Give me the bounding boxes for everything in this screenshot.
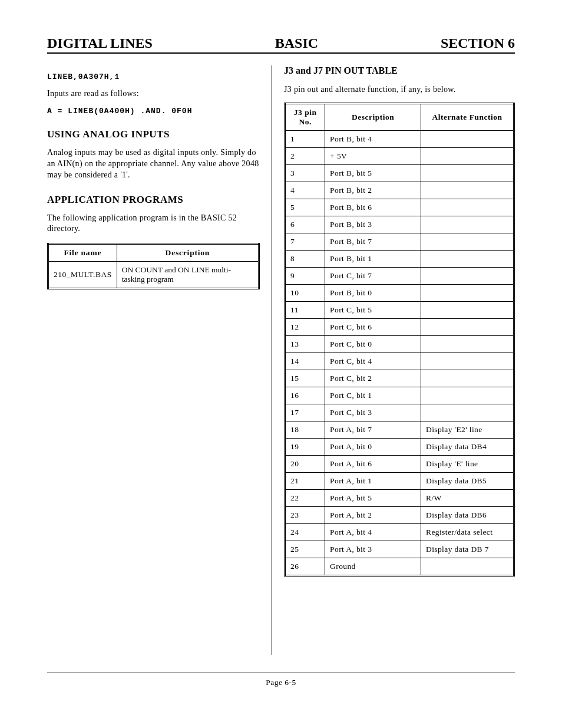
cell-pin-alt [421,404,514,421]
cell-pin-no: 10 [285,284,325,301]
cell-pin-alt [421,130,514,147]
cell-pin-alt [421,233,514,250]
cell-pin-desc: Port A, bit 5 [325,489,421,506]
cell-pin-no: 23 [285,506,325,523]
cell-pin-desc: Port B, bit 6 [325,199,421,216]
content-columns: LINEB,0A307H,1 Inputs are read as follow… [47,65,515,655]
table-row: 20Port A, bit 6Display 'E' line [285,455,514,472]
cell-pin-alt: Display data DB5 [421,472,514,489]
cell-pin-alt: Display data DB4 [421,438,514,455]
cell-pin-no: 8 [285,250,325,267]
col-pin-desc: Description [325,103,421,130]
table-row: 7Port B, bit 7 [285,233,514,250]
header-left: DIGITAL LINES [47,35,153,51]
cell-pin-no: 17 [285,404,325,421]
cell-pin-alt: Display data DB6 [421,506,514,523]
table-row: 8Port B, bit 1 [285,250,514,267]
cell-pin-alt: Display data DB 7 [421,541,514,558]
cell-pin-alt: R/W [421,489,514,506]
cell-pin-desc: Port B, bit 2 [325,182,421,199]
page-footer: Page 6-5 [47,673,515,687]
cell-pin-alt [421,335,514,353]
table-row: 14Port C, bit 4 [285,353,514,370]
cell-pin-alt [421,182,514,199]
cell-pin-alt [421,353,514,370]
cell-pin-desc: Port A, bit 6 [325,455,421,472]
table-row: 5Port B, bit 6 [285,199,514,216]
cell-pin-desc: Port B, bit 4 [325,130,421,147]
cell-pin-desc: Port B, bit 3 [325,216,421,233]
cell-pin-alt [421,250,514,267]
cell-pin-alt [421,387,514,404]
cell-pin-no: 9 [285,267,325,284]
table-row: 6Port B, bit 3 [285,216,514,233]
table-row: 13Port C, bit 0 [285,335,514,353]
cell-pin-no: 24 [285,523,325,541]
table-row: 18Port A, bit 7Display 'E2' line [285,421,514,438]
table-row: 16Port C, bit 1 [285,387,514,404]
cell-pin-desc: Port C, bit 7 [325,267,421,284]
cell-pin-desc: Port B, bit 0 [325,284,421,301]
cell-pin-alt: Display 'E2' line [421,421,514,438]
cell-pin-alt [421,301,514,318]
inputs-read-text: Inputs are read as follows: [47,88,260,100]
table-row: 21Port A, bit 1Display data DB5 [285,472,514,489]
cell-pin-no: 25 [285,541,325,558]
cell-pin-alt [421,199,514,216]
cell-pin-no: 5 [285,199,325,216]
cell-pin-desc: Port A, bit 4 [325,523,421,541]
col-pin-alt: Alternate Function [421,103,514,130]
heading-pinout-table: J3 and J7 PIN OUT TABLE [284,65,515,76]
cell-pin-alt [421,216,514,233]
table-row: 3Port B, bit 5 [285,164,514,182]
table-row: 25Port A, bit 3Display data DB 7 [285,541,514,558]
cell-pin-no: 3 [285,164,325,182]
cell-pin-no: 14 [285,353,325,370]
heading-application-programs: APPLICATION PROGRAMS [47,194,260,206]
pinout-table: J3 pin No. Description Alternate Functio… [284,103,515,577]
header-center: BASIC [275,35,318,51]
cell-pin-desc: Port C, bit 6 [325,318,421,335]
application-programs-text: The following application program is in … [47,213,260,235]
cell-pin-no: 4 [285,182,325,199]
cell-pin-desc: Ground [325,558,421,575]
heading-analog-inputs: USING ANALOG INPUTS [47,129,260,140]
cell-pin-alt [421,267,514,284]
cell-pin-desc: Port C, bit 1 [325,387,421,404]
table-row: 1Port B, bit 4 [285,130,514,147]
table-row: 12Port C, bit 6 [285,318,514,335]
cell-pin-no: 22 [285,489,325,506]
cell-pin-no: 12 [285,318,325,335]
left-column: LINEB,0A307H,1 Inputs are read as follow… [47,65,272,655]
col-file-name: File name [48,244,117,262]
cell-pin-alt [421,558,514,575]
cell-description: ON COUNT and ON LINE multi-tasking progr… [117,262,259,289]
cell-pin-desc: Port C, bit 5 [325,301,421,318]
table-row: 10Port B, bit 0 [285,284,514,301]
table-row: 19Port A, bit 0Display data DB4 [285,438,514,455]
cell-pin-no: 6 [285,216,325,233]
cell-pin-desc: Port B, bit 1 [325,250,421,267]
table-header-row: J3 pin No. Description Alternate Functio… [285,103,514,130]
cell-file-name: 210_MULT.BAS [48,262,117,289]
cell-pin-no: 1 [285,130,325,147]
cell-pin-desc: Port B, bit 7 [325,233,421,250]
cell-pin-desc: Port A, bit 7 [325,421,421,438]
cell-pin-desc: Port C, bit 2 [325,370,421,387]
cell-pin-desc: Port A, bit 3 [325,541,421,558]
cell-pin-alt [421,370,514,387]
cell-pin-no: 20 [285,455,325,472]
table-row: 11Port C, bit 5 [285,301,514,318]
cell-pin-no: 18 [285,421,325,438]
table-row: 26Ground [285,558,514,575]
cell-pin-desc: Port A, bit 1 [325,472,421,489]
col-pin-no: J3 pin No. [285,103,325,130]
cell-pin-desc: Port B, bit 5 [325,164,421,182]
cell-pin-alt: Display 'E' line [421,455,514,472]
table-row: 210_MULT.BASON COUNT and ON LINE multi-t… [48,262,259,289]
table-row: 22Port A, bit 5R/W [285,489,514,506]
code-lineb: LINEB,0A307H,1 [47,73,260,81]
cell-pin-no: 26 [285,558,325,575]
cell-pin-alt [421,318,514,335]
table-header-row: File name Description [48,244,259,262]
